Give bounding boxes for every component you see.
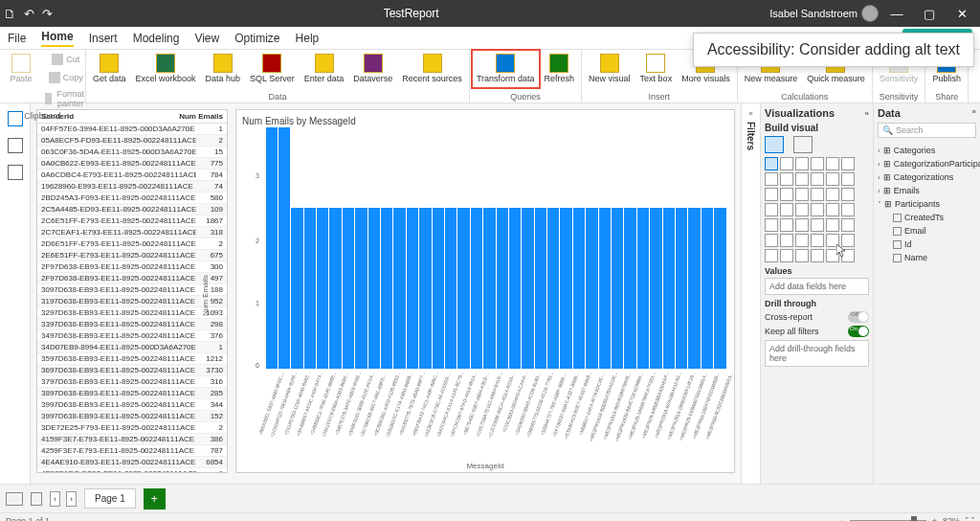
chart-bar[interactable] xyxy=(266,127,278,369)
viz-type-icon[interactable] xyxy=(765,234,778,247)
build-visual-tab[interactable] xyxy=(765,136,784,153)
chart-bar[interactable] xyxy=(714,208,725,369)
chart-bar[interactable] xyxy=(445,208,457,369)
chart-bar[interactable] xyxy=(676,208,687,369)
viz-type-icon[interactable] xyxy=(795,172,809,186)
viz-type-icon[interactable] xyxy=(811,234,824,247)
viz-type-icon[interactable] xyxy=(826,172,839,186)
add-page-button[interactable]: + xyxy=(144,488,166,510)
viz-type-icon[interactable] xyxy=(826,249,839,262)
chart-bar[interactable] xyxy=(535,208,546,369)
chart-bar[interactable] xyxy=(637,208,649,369)
excel-button[interactable]: Excel workbook xyxy=(133,52,199,86)
table-row[interactable]: 2BD245A3-F093-EE11-8925-002248111ACE580 xyxy=(37,193,227,204)
chart-bar[interactable] xyxy=(509,208,521,369)
table-node[interactable]: › ⊞ Categorizations xyxy=(878,170,976,184)
viz-type-icon[interactable] xyxy=(811,249,824,262)
mobile-layout-icon[interactable] xyxy=(31,492,42,506)
viz-type-icon[interactable] xyxy=(795,218,809,232)
chart-bar[interactable] xyxy=(457,208,469,369)
table-row[interactable]: 3397D638-EB93-EE11-8925-002248111ACE298 xyxy=(37,319,227,330)
viz-type-icon[interactable] xyxy=(765,203,778,216)
table-row[interactable]: 2D6E51FF-E793-EE11-8925-002248111ACE2 xyxy=(37,238,227,250)
chart-bar[interactable] xyxy=(304,208,316,369)
minimize-button[interactable]: — xyxy=(882,7,911,21)
chart-bar[interactable] xyxy=(663,208,675,369)
sql-server-button[interactable]: SQL Server xyxy=(247,52,298,86)
viz-type-icon[interactable] xyxy=(841,203,855,216)
table-row[interactable]: 0A0CB622-E993-EE11-8925-002248111ACE775 xyxy=(37,158,227,170)
chart-bar[interactable] xyxy=(702,208,713,369)
viz-type-icon[interactable] xyxy=(765,188,778,201)
menu-home[interactable]: Home xyxy=(41,30,73,47)
table-row[interactable]: 2F97D638-EB93-EE11-8925-002248111ACE300 xyxy=(37,261,227,273)
chart-bar[interactable] xyxy=(573,208,585,369)
close-button[interactable]: ✕ xyxy=(947,7,976,21)
viz-type-icon[interactable] xyxy=(780,218,793,232)
enter-data-button[interactable]: Enter data xyxy=(301,52,347,86)
table-node[interactable]: › ⊞ CategorizationParticipa... xyxy=(878,157,976,170)
menu-file[interactable]: File xyxy=(8,32,26,45)
viz-type-icon[interactable] xyxy=(826,218,839,232)
viz-type-icon[interactable] xyxy=(795,188,809,201)
table-row[interactable]: 063C0F36-5D4A-EE11-8925-000D3A6A270E15 xyxy=(37,147,227,158)
table-visual[interactable]: SenderIdNum Emails 04FF57E6-3994-EE11-89… xyxy=(36,109,228,473)
format-visual-tab[interactable] xyxy=(793,136,813,153)
field-node[interactable]: Id xyxy=(878,238,976,251)
table-row[interactable]: 19628960-E993-EE11-8925-002248111ACE74 xyxy=(37,181,227,193)
filters-pane-collapsed[interactable]: « Filters xyxy=(741,103,760,484)
viz-type-icon[interactable] xyxy=(841,234,855,247)
data-hub-button[interactable]: Data hub xyxy=(203,52,244,86)
viz-type-icon[interactable] xyxy=(826,234,839,247)
viz-type-icon[interactable] xyxy=(841,172,855,186)
chart-bar[interactable] xyxy=(471,208,482,369)
table-row[interactable]: 3497D638-EB93-EE11-8925-002248111ACE376 xyxy=(37,330,227,342)
paste-button[interactable]: Paste xyxy=(4,52,38,86)
chart-bar[interactable] xyxy=(393,208,405,369)
chart-bar[interactable] xyxy=(688,208,700,369)
chart-bar[interactable] xyxy=(522,208,533,369)
recent-sources-button[interactable]: Recent sources xyxy=(399,52,465,86)
viz-type-icon[interactable] xyxy=(795,234,809,247)
field-node[interactable]: CreatedTs xyxy=(878,211,976,224)
menu-help[interactable]: Help xyxy=(296,32,320,45)
avatar[interactable] xyxy=(861,5,879,22)
viz-type-icon[interactable] xyxy=(765,157,778,170)
fit-page-icon[interactable]: ⛶ xyxy=(966,516,974,521)
chart-bar[interactable] xyxy=(586,208,597,369)
maximize-button[interactable]: ▢ xyxy=(915,7,944,21)
chart-bar[interactable] xyxy=(433,208,444,369)
viz-type-icon[interactable] xyxy=(811,218,824,232)
viz-type-icon[interactable] xyxy=(765,249,778,262)
chart-bar[interactable] xyxy=(343,208,354,369)
chart-bar[interactable] xyxy=(599,208,611,369)
table-row[interactable]: 2E6E51FF-E793-EE11-8925-002248111ACE675 xyxy=(37,250,227,261)
chart-bar[interactable] xyxy=(355,208,367,369)
table-row[interactable]: 2F97D638-EB93-EE11-8925-002248111ACE497 xyxy=(37,273,227,284)
viz-type-icon[interactable] xyxy=(811,172,824,186)
viz-type-icon[interactable] xyxy=(826,188,839,201)
chart-bar[interactable] xyxy=(624,208,635,369)
drill-well[interactable]: Add drill-through fields here xyxy=(765,340,869,367)
chart-bar[interactable] xyxy=(560,208,571,369)
table-row[interactable]: 4E4AE910-E893-EE11-8925-002248111ACE6854 xyxy=(37,457,227,468)
viz-type-icon[interactable] xyxy=(780,234,793,247)
table-row[interactable]: 4259F3E7-E793-EE11-8925-002248111ACE787 xyxy=(37,445,227,457)
table-row[interactable]: 2C6E51FF-E793-EE11-8925-002248111ACE1867 xyxy=(37,215,227,227)
get-data-button[interactable]: Get data xyxy=(90,52,129,86)
chart-bar[interactable] xyxy=(291,208,302,369)
table-row[interactable]: 3797D638-EB93-EE11-8925-002248111ACE316 xyxy=(37,376,227,388)
menu-insert[interactable]: Insert xyxy=(89,32,118,45)
viz-type-icon[interactable] xyxy=(780,188,793,201)
zoom-out-icon[interactable]: − xyxy=(838,516,843,521)
search-input[interactable]: 🔍Search xyxy=(878,123,976,138)
collapse-data-icon[interactable]: » xyxy=(972,107,976,119)
zoom-in-icon[interactable]: + xyxy=(932,516,937,521)
viz-type-icon[interactable] xyxy=(780,157,793,170)
table-row[interactable]: 3697D638-EB93-EE11-8925-002248111ACE3730 xyxy=(37,365,227,376)
chart-bar[interactable] xyxy=(381,208,392,369)
table-row[interactable]: 3297D638-EB93-EE11-8925-002248111ACE1093 xyxy=(37,307,227,319)
transform-data-button[interactable]: Transform data xyxy=(474,52,538,86)
keep-filters-toggle[interactable]: On xyxy=(848,326,869,337)
chart-bar[interactable] xyxy=(278,127,290,369)
